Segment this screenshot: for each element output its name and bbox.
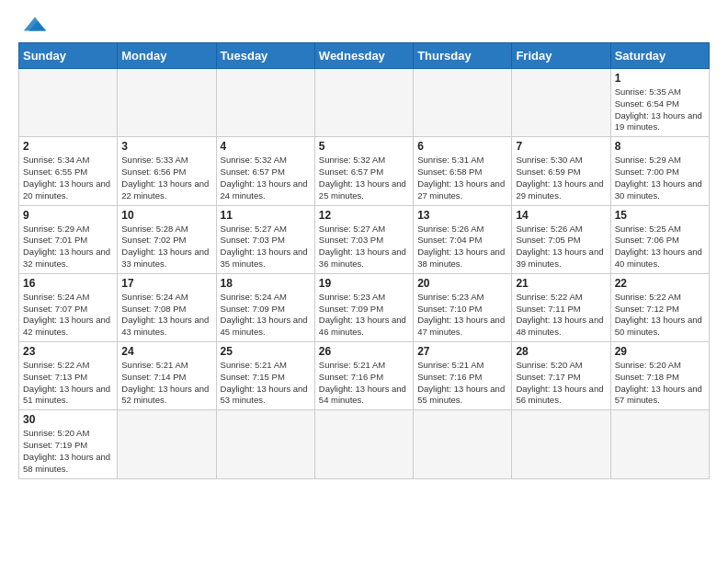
calendar-cell (314, 410, 413, 478)
calendar-cell (414, 410, 512, 478)
calendar-cell: 11Sunrise: 5:27 AM Sunset: 7:03 PM Dayli… (216, 205, 314, 273)
calendar-cell: 23Sunrise: 5:22 AM Sunset: 7:13 PM Dayli… (19, 342, 118, 410)
weekday-header-sunday: Sunday (19, 43, 118, 69)
day-number: 4 (221, 140, 311, 153)
day-info: Sunrise: 5:34 AM Sunset: 6:55 PM Dayligh… (23, 155, 113, 201)
day-info: Sunrise: 5:23 AM Sunset: 7:10 PM Dayligh… (417, 292, 507, 339)
day-info: Sunrise: 5:21 AM Sunset: 7:16 PM Dayligh… (319, 360, 409, 407)
calendar-cell (118, 410, 216, 478)
weekday-header-row: SundayMondayTuesdayWednesdayThursdayFrid… (19, 43, 710, 69)
day-info: Sunrise: 5:30 AM Sunset: 6:59 PM Dayligh… (516, 155, 606, 201)
calendar-cell: 26Sunrise: 5:21 AM Sunset: 7:16 PM Dayli… (314, 342, 413, 410)
day-number: 13 (417, 209, 507, 222)
day-info: Sunrise: 5:22 AM Sunset: 7:12 PM Dayligh… (615, 292, 705, 339)
calendar-cell (414, 69, 512, 137)
calendar-cell (216, 410, 314, 478)
calendar-cell: 22Sunrise: 5:22 AM Sunset: 7:12 PM Dayli… (610, 273, 709, 341)
weekday-header-thursday: Thursday (414, 43, 512, 69)
day-info: Sunrise: 5:20 AM Sunset: 7:18 PM Dayligh… (615, 360, 705, 407)
calendar-cell: 4Sunrise: 5:32 AM Sunset: 6:57 PM Daylig… (216, 137, 314, 205)
calendar-cell: 27Sunrise: 5:21 AM Sunset: 7:16 PM Dayli… (414, 342, 512, 410)
calendar-cell: 21Sunrise: 5:22 AM Sunset: 7:11 PM Dayli… (512, 273, 610, 341)
day-info: Sunrise: 5:21 AM Sunset: 7:15 PM Dayligh… (221, 360, 311, 407)
calendar-cell: 13Sunrise: 5:26 AM Sunset: 7:04 PM Dayli… (414, 205, 512, 273)
day-info: Sunrise: 5:24 AM Sunset: 7:07 PM Dayligh… (23, 292, 113, 339)
day-number: 12 (319, 209, 409, 222)
calendar-cell: 14Sunrise: 5:26 AM Sunset: 7:05 PM Dayli… (512, 205, 610, 273)
calendar-cell (610, 410, 709, 478)
logo-icon (22, 15, 48, 35)
day-number: 28 (516, 345, 606, 358)
day-info: Sunrise: 5:24 AM Sunset: 7:08 PM Dayligh… (121, 292, 211, 339)
calendar-row-6: 30Sunrise: 5:20 AM Sunset: 7:19 PM Dayli… (19, 410, 710, 478)
day-info: Sunrise: 5:20 AM Sunset: 7:17 PM Dayligh… (516, 360, 606, 407)
day-info: Sunrise: 5:32 AM Sunset: 6:57 PM Dayligh… (319, 155, 409, 201)
calendar-cell: 15Sunrise: 5:25 AM Sunset: 7:06 PM Dayli… (610, 205, 709, 273)
day-number: 14 (516, 209, 606, 222)
day-number: 15 (615, 209, 705, 222)
day-info: Sunrise: 5:20 AM Sunset: 7:19 PM Dayligh… (23, 428, 113, 475)
day-number: 1 (615, 72, 705, 85)
calendar-cell: 6Sunrise: 5:31 AM Sunset: 6:58 PM Daylig… (414, 137, 512, 205)
day-info: Sunrise: 5:25 AM Sunset: 7:06 PM Dayligh… (615, 224, 705, 270)
day-number: 17 (121, 277, 211, 290)
day-number: 22 (615, 277, 705, 290)
day-number: 3 (121, 140, 211, 153)
day-info: Sunrise: 5:26 AM Sunset: 7:04 PM Dayligh… (417, 224, 507, 270)
day-number: 21 (516, 277, 606, 290)
calendar-cell (512, 410, 610, 478)
day-number: 23 (23, 345, 113, 358)
calendar-cell: 24Sunrise: 5:21 AM Sunset: 7:14 PM Dayli… (118, 342, 216, 410)
calendar-cell: 25Sunrise: 5:21 AM Sunset: 7:15 PM Dayli… (216, 342, 314, 410)
day-number: 26 (319, 345, 409, 358)
day-number: 25 (221, 345, 311, 358)
calendar-cell: 3Sunrise: 5:33 AM Sunset: 6:56 PM Daylig… (118, 137, 216, 205)
calendar-cell (512, 69, 610, 137)
calendar-cell: 12Sunrise: 5:27 AM Sunset: 7:03 PM Dayli… (314, 205, 413, 273)
day-info: Sunrise: 5:22 AM Sunset: 7:13 PM Dayligh… (23, 360, 113, 407)
calendar-cell: 7Sunrise: 5:30 AM Sunset: 6:59 PM Daylig… (512, 137, 610, 205)
day-number: 6 (417, 140, 507, 153)
calendar-cell: 5Sunrise: 5:32 AM Sunset: 6:57 PM Daylig… (314, 137, 413, 205)
calendar-cell: 29Sunrise: 5:20 AM Sunset: 7:18 PM Dayli… (610, 342, 709, 410)
day-info: Sunrise: 5:27 AM Sunset: 7:03 PM Dayligh… (319, 224, 409, 270)
day-info: Sunrise: 5:29 AM Sunset: 7:00 PM Dayligh… (615, 155, 705, 201)
weekday-header-tuesday: Tuesday (216, 43, 314, 69)
day-info: Sunrise: 5:31 AM Sunset: 6:58 PM Dayligh… (417, 155, 507, 201)
day-number: 18 (221, 277, 311, 290)
day-info: Sunrise: 5:27 AM Sunset: 7:03 PM Dayligh… (221, 224, 311, 270)
calendar-cell (216, 69, 314, 137)
calendar-row-3: 9Sunrise: 5:29 AM Sunset: 7:01 PM Daylig… (19, 205, 710, 273)
calendar-cell (118, 69, 216, 137)
day-number: 16 (23, 277, 113, 290)
weekday-header-wednesday: Wednesday (314, 43, 413, 69)
calendar-cell: 18Sunrise: 5:24 AM Sunset: 7:09 PM Dayli… (216, 273, 314, 341)
calendar-cell (314, 69, 413, 137)
day-info: Sunrise: 5:29 AM Sunset: 7:01 PM Dayligh… (23, 224, 113, 270)
calendar-table: SundayMondayTuesdayWednesdayThursdayFrid… (18, 42, 710, 479)
day-info: Sunrise: 5:22 AM Sunset: 7:11 PM Dayligh… (516, 292, 606, 339)
logo (18, 15, 48, 35)
day-info: Sunrise: 5:24 AM Sunset: 7:09 PM Dayligh… (221, 292, 311, 339)
day-number: 30 (23, 413, 113, 426)
day-number: 27 (417, 345, 507, 358)
day-number: 29 (615, 345, 705, 358)
calendar-cell: 20Sunrise: 5:23 AM Sunset: 7:10 PM Dayli… (414, 273, 512, 341)
calendar-row-4: 16Sunrise: 5:24 AM Sunset: 7:07 PM Dayli… (19, 273, 710, 341)
logo-area (18, 15, 48, 35)
day-info: Sunrise: 5:35 AM Sunset: 6:54 PM Dayligh… (615, 86, 705, 133)
day-info: Sunrise: 5:23 AM Sunset: 7:09 PM Dayligh… (319, 292, 409, 339)
weekday-header-saturday: Saturday (610, 43, 709, 69)
calendar-cell: 19Sunrise: 5:23 AM Sunset: 7:09 PM Dayli… (314, 273, 413, 341)
calendar-cell: 28Sunrise: 5:20 AM Sunset: 7:17 PM Dayli… (512, 342, 610, 410)
calendar-cell: 30Sunrise: 5:20 AM Sunset: 7:19 PM Dayli… (19, 410, 118, 478)
day-number: 7 (516, 140, 606, 153)
day-info: Sunrise: 5:33 AM Sunset: 6:56 PM Dayligh… (121, 155, 211, 201)
day-number: 2 (23, 140, 113, 153)
day-number: 20 (417, 277, 507, 290)
header (18, 15, 710, 35)
calendar-cell: 8Sunrise: 5:29 AM Sunset: 7:00 PM Daylig… (610, 137, 709, 205)
calendar-cell: 16Sunrise: 5:24 AM Sunset: 7:07 PM Dayli… (19, 273, 118, 341)
day-info: Sunrise: 5:28 AM Sunset: 7:02 PM Dayligh… (121, 224, 211, 270)
calendar-row-5: 23Sunrise: 5:22 AM Sunset: 7:13 PM Dayli… (19, 342, 710, 410)
